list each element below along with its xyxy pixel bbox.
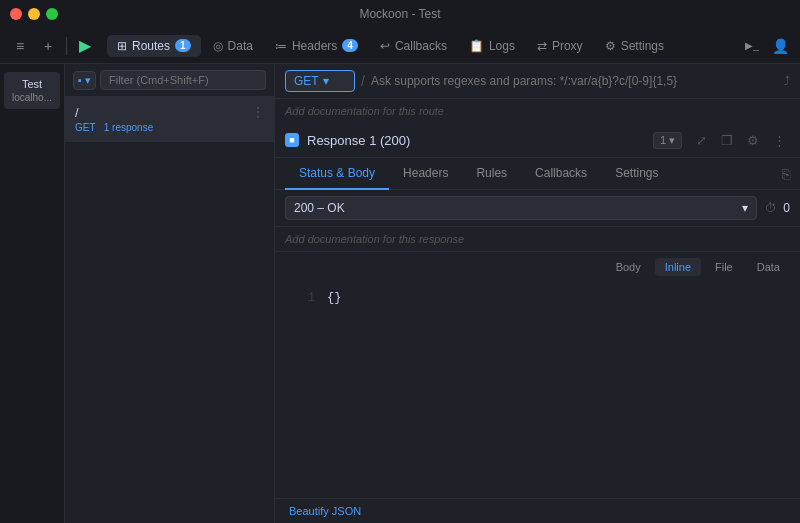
line-number-1: 1: [285, 291, 315, 305]
status-icon-group: ⏱ 0: [765, 201, 790, 215]
status-code-label: 200 – OK: [294, 201, 345, 215]
route-panel: ▪ ▾ / GET 1 response ⋮: [65, 64, 275, 523]
badge-chevron-icon: ▾: [669, 134, 675, 147]
chevron-down-icon: ▾: [323, 74, 329, 88]
tab-status-body-label: Status & Body: [299, 166, 375, 180]
external-link-icon[interactable]: ⤴: [784, 74, 790, 88]
nav-tab-settings[interactable]: ⚙ Settings: [595, 35, 674, 57]
route-doc-bar[interactable]: Add documentation for this route: [275, 99, 800, 123]
route-filter-input[interactable]: [100, 70, 266, 90]
bottom-toolbar: Beautify JSON: [275, 498, 800, 523]
tab-callbacks[interactable]: Callbacks: [521, 158, 601, 190]
route-list-item[interactable]: / GET 1 response ⋮: [65, 97, 274, 142]
close-button[interactable]: [10, 8, 22, 20]
env-name: Test: [8, 78, 56, 90]
body-type-data-button[interactable]: Data: [747, 258, 790, 276]
nav-headers-label: Headers: [292, 39, 337, 53]
route-responses-count: 1 response: [104, 122, 153, 133]
nav-data-label: Data: [228, 39, 253, 53]
status-code-select[interactable]: 200 – OK ▾: [285, 196, 757, 220]
route-url-bar: GET ▾ / ⤴: [275, 64, 800, 99]
response-header: ■ Response 1 (200) 1 ▾ ⤢ ❐ ⚙ ⋮: [275, 123, 800, 158]
body-type-body-button[interactable]: Body: [606, 258, 651, 276]
tab-headers-label: Headers: [403, 166, 448, 180]
method-label: GET: [294, 74, 319, 88]
nav-proxy-label: Proxy: [552, 39, 583, 53]
nav-tab-proxy[interactable]: ⇄ Proxy: [527, 35, 593, 57]
tab-callbacks-label: Callbacks: [535, 166, 587, 180]
env-host: localho...: [8, 92, 56, 103]
nav-tab-callbacks[interactable]: ↩ Callbacks: [370, 35, 457, 57]
callbacks-icon: ↩: [380, 39, 390, 53]
nav-settings-label: Settings: [621, 39, 664, 53]
response-doc-placeholder: Add documentation for this response: [285, 233, 464, 245]
terminal-icon: ▶_: [745, 40, 759, 51]
tab-rules[interactable]: Rules: [462, 158, 521, 190]
window-title: Mockoon - Test: [359, 7, 440, 21]
body-type-bar: Body Inline File Data: [275, 252, 800, 282]
nav-tab-data[interactable]: ◎ Data: [203, 35, 263, 57]
filter-container: ▪ ▾: [73, 70, 266, 90]
copy-response-button[interactable]: ⎘: [782, 166, 790, 182]
logs-icon: 📋: [469, 39, 484, 53]
tab-settings-label: Settings: [615, 166, 658, 180]
start-server-button[interactable]: ▶: [73, 34, 97, 58]
route-item-content: / GET 1 response: [75, 105, 252, 133]
traffic-lights: [10, 8, 58, 20]
route-item-more-button[interactable]: ⋮: [252, 105, 264, 119]
user-button[interactable]: 👤: [768, 34, 792, 58]
route-path-input[interactable]: [371, 74, 778, 88]
sidebar: Test localho...: [0, 64, 65, 523]
nav-tab-logs[interactable]: 📋 Logs: [459, 35, 525, 57]
tab-status-body[interactable]: Status & Body: [285, 158, 389, 190]
tab-headers[interactable]: Headers: [389, 158, 462, 190]
beautify-label: Beautify JSON: [289, 505, 361, 517]
method-select[interactable]: GET ▾: [285, 70, 355, 92]
chevron-down-icon: ▾: [85, 74, 91, 86]
code-editor[interactable]: 1 {}: [275, 282, 800, 498]
nav-logs-label: Logs: [489, 39, 515, 53]
more-response-button[interactable]: ⋮: [768, 129, 790, 151]
add-env-button[interactable]: +: [36, 34, 60, 58]
sidebar-toggle-button[interactable]: ≡: [8, 34, 32, 58]
body-type-file-button[interactable]: File: [705, 258, 743, 276]
nav-controls: ≡ + ▶: [8, 34, 97, 58]
delay-value: 0: [783, 201, 790, 215]
routes-icon: ⊞: [117, 39, 127, 53]
response-doc-bar[interactable]: Add documentation for this response: [275, 227, 800, 252]
minimize-button[interactable]: [28, 8, 40, 20]
body-type-inline-button[interactable]: Inline: [655, 258, 701, 276]
status-chevron-icon: ▾: [742, 201, 748, 215]
nav-tab-routes[interactable]: ⊞ Routes 1: [107, 35, 201, 57]
method-filter-select[interactable]: ▪ ▾: [73, 71, 96, 90]
tab-settings[interactable]: Settings: [601, 158, 672, 190]
nav-tab-headers[interactable]: ≔ Headers 4: [265, 35, 368, 57]
response-tabs: Status & Body Headers Rules Callbacks Se…: [275, 158, 800, 190]
nav-right: ▶_ 👤: [740, 34, 792, 58]
route-panel-header: ▪ ▾: [65, 64, 274, 97]
status-code-bar: 200 – OK ▾ ⏱ 0: [275, 190, 800, 227]
expand-response-button[interactable]: ⤢: [690, 129, 712, 151]
user-icon: 👤: [772, 38, 789, 54]
terminal-button[interactable]: ▶_: [740, 34, 764, 58]
route-doc-placeholder: Add documentation for this route: [285, 105, 444, 117]
env-item[interactable]: Test localho...: [4, 72, 60, 109]
response-indicator-icon: ■: [289, 135, 294, 145]
beautify-json-button[interactable]: Beautify JSON: [285, 503, 365, 519]
duplicate-response-button[interactable]: ❐: [716, 129, 738, 151]
options-response-button[interactable]: ⚙: [742, 129, 764, 151]
main-layout: Test localho... ▪ ▾ / GET 1 response: [0, 64, 800, 523]
response-number-badge[interactable]: 1 ▾: [653, 132, 682, 149]
nav-bar: ≡ + ▶ ⊞ Routes 1 ◎ Data ≔ Headers 4 ↩ Ca…: [0, 28, 800, 64]
code-line-1: 1 {}: [275, 290, 800, 306]
nav-routes-label: Routes: [132, 39, 170, 53]
separator: [66, 37, 67, 55]
sidebar-toggle-icon: ≡: [16, 38, 24, 54]
headers-badge: 4: [342, 39, 358, 52]
data-icon: ◎: [213, 39, 223, 53]
maximize-button[interactable]: [46, 8, 58, 20]
path-separator: /: [361, 73, 365, 89]
response-actions: ⤢ ❐ ⚙ ⋮: [690, 129, 790, 151]
nav-callbacks-label: Callbacks: [395, 39, 447, 53]
response-section: ■ Response 1 (200) 1 ▾ ⤢ ❐ ⚙ ⋮ Status & …: [275, 123, 800, 523]
